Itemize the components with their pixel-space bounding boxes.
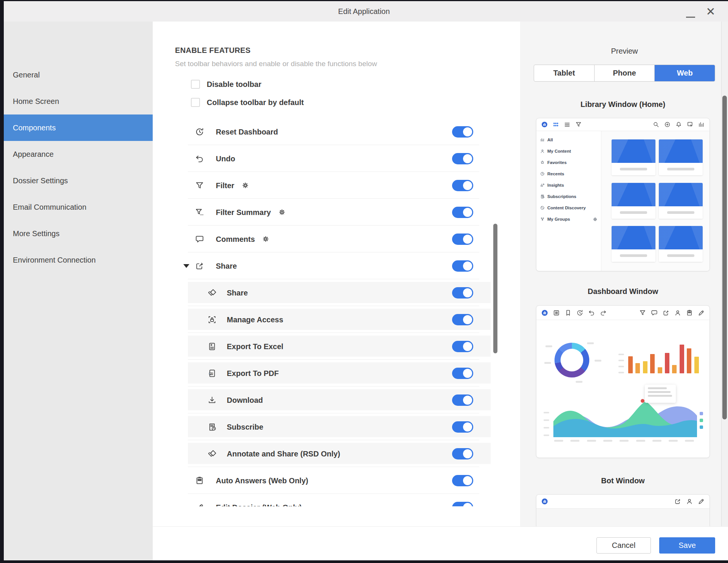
area-chart [548, 385, 699, 442]
title-bar: Edit Application ✕ [0, 1, 728, 22]
dossier-card [659, 183, 703, 219]
card-title-placeholder [659, 249, 703, 262]
sidebar-item-general[interactable]: General [4, 62, 153, 88]
toggle-export-to-excel[interactable] [452, 341, 473, 352]
sidebar-item-environment-connection[interactable]: Environment Connection [4, 247, 153, 273]
bar [643, 361, 647, 373]
toggle-knob [463, 476, 472, 485]
toggle-annotate-and-share-rsd-only[interactable] [452, 448, 473, 459]
checkbox-row-disable-toolbar: Disable toolbar [191, 80, 350, 90]
preview-title: Preview [534, 47, 715, 56]
card-thumbnail [612, 139, 655, 163]
feature-row-download: Download [181, 387, 495, 413]
axis-tick-placeholder [570, 440, 579, 442]
dossier-card [612, 183, 655, 219]
toggle-filter[interactable] [452, 180, 473, 191]
share-icon [663, 309, 669, 316]
card-thumbnail [612, 226, 655, 249]
card-title-placeholder [659, 206, 703, 219]
sidebar-item-more-settings[interactable]: More Settings [4, 220, 153, 247]
feature-label: Filter [216, 181, 234, 190]
window-edge [0, 560, 728, 563]
feature-row-share: Share [181, 252, 495, 279]
library-sidebar-label: Recents [547, 172, 564, 176]
toggle-comments[interactable] [452, 234, 473, 245]
library-sidebar-label: Content Discovery [547, 206, 586, 210]
checkbox-row-collapse-toolbar-by-default: Collapse toolbar by default [191, 98, 350, 108]
doc-pdf-icon: PDF [208, 369, 217, 378]
checkbox-disable-toolbar[interactable] [191, 80, 200, 89]
filter-icon [639, 309, 646, 316]
layers-icon [208, 449, 217, 458]
axis-tick-placeholder [685, 440, 694, 442]
toggle-share[interactable] [452, 287, 473, 299]
section-subtitle: Set toolbar behaviors and enable or disa… [175, 60, 377, 68]
dialog-title: Edit Application [0, 7, 728, 16]
gear-icon[interactable] [279, 209, 285, 216]
clipboard-icon [686, 309, 693, 316]
toggle-knob [463, 369, 472, 378]
card-thumbnail [659, 226, 703, 249]
sidebar-item-home-screen[interactable]: Home Screen [4, 88, 153, 114]
cancel-button[interactable]: Cancel [596, 537, 651, 554]
feature-label: Share [227, 288, 248, 297]
card-thumbnail [612, 183, 655, 206]
toggle-subscribe[interactable] [452, 421, 473, 433]
save-button[interactable]: Save [659, 537, 715, 554]
close-icon[interactable]: ✕ [704, 4, 717, 19]
insights-icon [540, 183, 545, 187]
feature-label: Export To Excel [227, 342, 283, 351]
axis-tick-placeholder [544, 412, 549, 413]
feature-label: Auto Answers (Web Only) [216, 476, 308, 485]
toggle-auto-answers-web-only[interactable] [452, 475, 473, 486]
feature-row-annotate-and-share-rsd-only: Annotate and Share (RSD Only) [181, 440, 495, 467]
preview-device-tabs: TabletPhoneWeb [534, 65, 715, 82]
toggle-manage-access[interactable] [452, 314, 473, 325]
minimize-icon[interactable] [685, 9, 696, 18]
sidebar-item-appearance[interactable]: Appearance [4, 141, 153, 167]
library-sidebar-item-all: All [536, 134, 601, 145]
feature-row-manage-access: Manage Access [181, 306, 495, 333]
section-title: ENABLE FEATURES [175, 46, 251, 55]
feature-row-reset-dashboard: Reset Dashboard [181, 118, 495, 145]
legend-swatch [700, 412, 703, 415]
feature-label: Edit Dossier (Web Only) [216, 503, 302, 506]
toggle-knob [463, 208, 472, 217]
bar [694, 357, 699, 373]
axis-tick-placeholder [544, 419, 549, 421]
tab-web[interactable]: Web [655, 65, 715, 81]
sidebar-item-email-communication[interactable]: Email Communication [4, 194, 153, 220]
bookmark-icon [565, 309, 572, 316]
page-select-icon [687, 121, 693, 128]
feature-label: Share [216, 261, 237, 270]
feature-label: Reset Dashboard [216, 127, 278, 136]
toggle-reset-dashboard[interactable] [452, 126, 473, 138]
sidebar-item-dossier-settings[interactable]: Dossier Settings [4, 167, 153, 194]
checkbox-collapse-toolbar-by-default[interactable] [191, 98, 200, 107]
gear-icon[interactable] [242, 182, 249, 189]
toggle-download[interactable] [452, 394, 473, 406]
tab-phone[interactable]: Phone [595, 65, 655, 81]
feature-row-undo: Undo [181, 145, 495, 172]
window-edge [0, 0, 728, 1]
collapse-arrow-icon[interactable] [183, 264, 189, 268]
mstr-logo-icon [541, 309, 548, 316]
toggle-export-to-pdf[interactable] [452, 368, 473, 379]
doc-excel-icon [208, 342, 217, 351]
toggle-edit-dossier-web-only[interactable] [452, 502, 473, 507]
library-preview-cards [601, 131, 709, 271]
feature-list-scrollbar[interactable] [493, 224, 497, 353]
gear-icon[interactable] [262, 236, 269, 243]
pencil-icon [698, 309, 705, 316]
search-icon [653, 121, 659, 128]
window-scrollbar-thumb[interactable] [722, 96, 727, 419]
feature-label: Comments [216, 235, 255, 243]
toggle-filter-summary[interactable] [452, 207, 473, 218]
sidebar-item-components[interactable]: Components [4, 114, 153, 141]
star-icon [540, 160, 545, 165]
card-title-placeholder [612, 206, 655, 219]
toggle-undo[interactable] [452, 153, 473, 164]
tab-tablet[interactable]: Tablet [534, 65, 595, 81]
library-sidebar-label: All [547, 138, 553, 142]
toggle-share[interactable] [452, 260, 473, 272]
